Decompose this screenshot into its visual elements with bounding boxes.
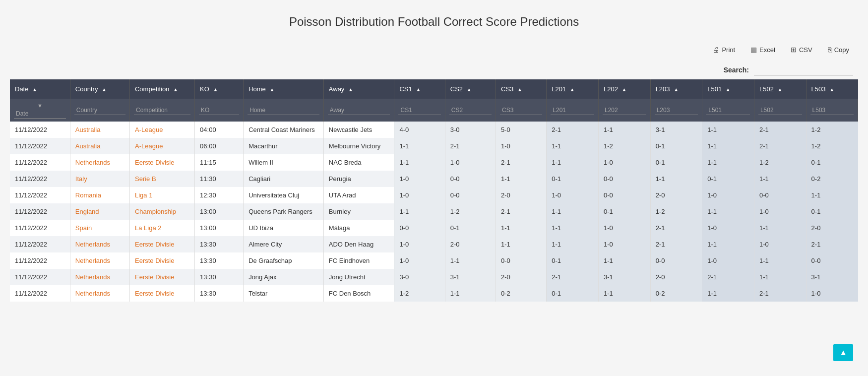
cell-competition-link[interactable]: Championship xyxy=(135,208,176,215)
col-header-l502[interactable]: L502 ▲ xyxy=(754,79,806,99)
cell-competition-link[interactable]: A-League xyxy=(135,142,163,150)
filter-cs2-input[interactable] xyxy=(449,106,492,115)
cell-country-link[interactable]: Netherlands xyxy=(75,241,110,248)
filter-l202-input[interactable] xyxy=(603,106,646,115)
cell-competition[interactable]: A-League xyxy=(129,122,194,138)
cell-competition[interactable]: A-League xyxy=(129,138,194,154)
cell-competition-link[interactable]: Eerste Divisie xyxy=(135,273,174,281)
excel-button[interactable]: ▦ Excel xyxy=(746,44,779,56)
cell-cs3: 1-0 xyxy=(496,138,547,154)
filter-date-input[interactable] xyxy=(14,109,66,119)
col-header-cs3[interactable]: CS3 ▲ xyxy=(496,79,547,99)
cell-country[interactable]: Netherlands xyxy=(70,154,129,171)
col-header-away[interactable]: Away ▲ xyxy=(323,79,394,99)
table-row: 11/12/2022NetherlandsEerste Divisie13:30… xyxy=(10,236,858,252)
cell-country[interactable]: England xyxy=(70,203,129,220)
cell-competition[interactable]: Liga 1 xyxy=(129,187,194,203)
cell-competition[interactable]: Eerste Divisie xyxy=(129,154,194,171)
cell-cs1: 3-0 xyxy=(394,269,445,285)
col-header-l201[interactable]: L201 ▲ xyxy=(547,79,599,99)
cell-country[interactable]: Italy xyxy=(70,171,129,187)
cell-competition[interactable]: Serie B xyxy=(129,171,194,187)
filter-ko-input[interactable] xyxy=(199,106,239,115)
cell-country[interactable]: Netherlands xyxy=(70,269,129,285)
cell-l201: 0-1 xyxy=(547,285,599,302)
filter-l203-input[interactable] xyxy=(655,106,698,115)
cell-country-link[interactable]: Netherlands xyxy=(75,273,110,281)
cell-country-link[interactable]: Romania xyxy=(75,191,101,199)
col-header-competition[interactable]: Competition ▲ xyxy=(129,79,194,99)
col-header-cs1[interactable]: CS1 ▲ xyxy=(394,79,445,99)
filter-l502-input[interactable] xyxy=(758,106,802,115)
cell-competition-link[interactable]: Eerste Divisie xyxy=(135,290,174,297)
sort-icon-competition: ▲ xyxy=(173,87,178,92)
cell-country[interactable]: Netherlands xyxy=(70,285,129,302)
col-header-cs2[interactable]: CS2 ▲ xyxy=(445,79,496,99)
col-header-l501[interactable]: L501 ▲ xyxy=(702,79,754,99)
cell-competition-link[interactable]: La Liga 2 xyxy=(135,224,162,232)
cell-country[interactable]: Netherlands xyxy=(70,252,129,269)
filter-home-input[interactable] xyxy=(248,106,319,115)
cell-competition[interactable]: Eerste Divisie xyxy=(129,269,194,285)
cell-competition-link[interactable]: A-League xyxy=(135,126,163,133)
table-row: 11/12/2022EnglandChampionship13:00Queens… xyxy=(10,203,858,220)
cell-competition[interactable]: Eerste Divisie xyxy=(129,252,194,269)
print-button[interactable]: 🖨 Print xyxy=(708,44,739,56)
cell-country[interactable]: Spain xyxy=(70,220,129,236)
cell-competition-link[interactable]: Eerste Divisie xyxy=(135,257,174,264)
filter-l201-input[interactable] xyxy=(551,106,594,115)
filter-home-cell xyxy=(244,99,324,122)
cell-country-link[interactable]: Australia xyxy=(75,126,101,133)
cell-competition[interactable]: Championship xyxy=(129,203,194,220)
sort-icon-cs2: ▲ xyxy=(467,87,472,92)
cell-country[interactable]: Australia xyxy=(70,138,129,154)
cell-country[interactable]: Romania xyxy=(70,187,129,203)
cell-country[interactable]: Australia xyxy=(70,122,129,138)
csv-button[interactable]: ⊞ CSV xyxy=(787,44,816,56)
cell-country-link[interactable]: Australia xyxy=(75,142,101,150)
filter-away-input[interactable] xyxy=(328,106,390,115)
cell-home: Universitatea Cluj xyxy=(244,187,324,203)
col-header-country[interactable]: Country ▲ xyxy=(70,79,129,99)
cell-country-link[interactable]: Italy xyxy=(75,175,87,183)
cell-cs3: 2-1 xyxy=(496,154,547,171)
cell-country-link[interactable]: Spain xyxy=(75,224,92,232)
col-header-date[interactable]: Date ▲ xyxy=(10,79,70,99)
cell-country-link[interactable]: Netherlands xyxy=(75,257,110,264)
cell-date: 11/12/2022 xyxy=(10,269,70,285)
filter-competition-input[interactable] xyxy=(134,106,190,115)
filter-country-input[interactable] xyxy=(74,106,125,115)
filter-cs3-input[interactable] xyxy=(500,106,542,115)
col-header-l503[interactable]: L503 ▲ xyxy=(806,79,858,99)
cell-l202: 1-0 xyxy=(598,154,650,171)
cell-country-link[interactable]: England xyxy=(75,208,99,215)
search-input[interactable] xyxy=(754,64,853,75)
cell-l202: 1-0 xyxy=(598,220,650,236)
cell-competition-link[interactable]: Eerste Divisie xyxy=(135,159,174,166)
cell-country[interactable]: Netherlands xyxy=(70,236,129,252)
col-header-ko[interactable]: KO ▲ xyxy=(195,79,244,99)
cell-cs3: 5-0 xyxy=(496,122,547,138)
cell-competition[interactable]: Eerste Divisie xyxy=(129,285,194,302)
cell-competition-link[interactable]: Serie B xyxy=(135,175,156,183)
col-header-l203[interactable]: L203 ▲ xyxy=(650,79,702,99)
cell-l203: 0-1 xyxy=(650,138,702,154)
filter-cs1-input[interactable] xyxy=(398,106,440,115)
cell-competition[interactable]: La Liga 2 xyxy=(129,220,194,236)
filter-ko-cell xyxy=(195,99,244,122)
cell-date: 11/12/2022 xyxy=(10,285,70,302)
col-header-home[interactable]: Home ▲ xyxy=(244,79,324,99)
cell-country-link[interactable]: Netherlands xyxy=(75,159,110,166)
filter-l501-input[interactable] xyxy=(706,106,750,115)
filter-l503-input[interactable] xyxy=(810,106,854,115)
cell-competition-link[interactable]: Eerste Divisie xyxy=(135,241,174,248)
copy-icon: ⎘ xyxy=(828,46,832,54)
cell-country-link[interactable]: Netherlands xyxy=(75,290,110,297)
cell-l201: 1-1 xyxy=(547,236,599,252)
cell-competition[interactable]: Eerste Divisie xyxy=(129,236,194,252)
cell-competition-link[interactable]: Liga 1 xyxy=(135,191,152,199)
col-header-l202[interactable]: L202 ▲ xyxy=(598,79,650,99)
sort-icon-l502: ▲ xyxy=(777,87,782,92)
cell-cs2: 1-1 xyxy=(445,285,496,302)
copy-button[interactable]: ⎘ Copy xyxy=(824,44,853,56)
